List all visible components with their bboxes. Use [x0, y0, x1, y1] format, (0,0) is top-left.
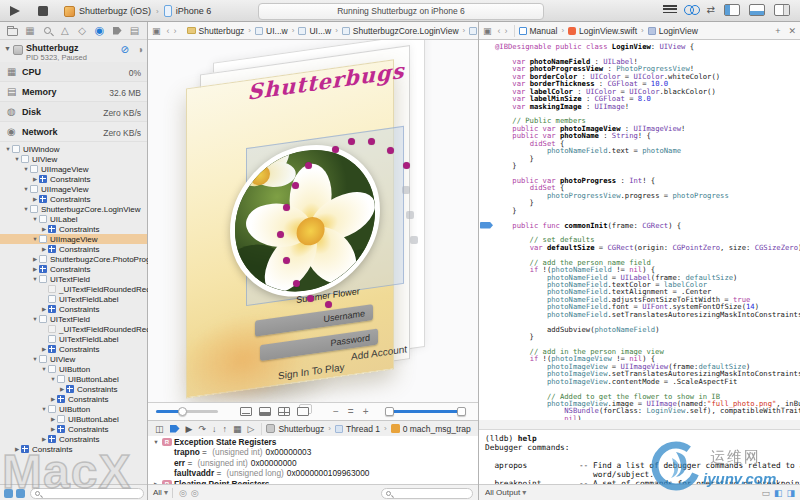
- crumb-ui-w[interactable]: UI...w: [298, 26, 331, 36]
- debug-continue-icon[interactable]: ▶: [186, 424, 193, 434]
- disclosure-icon[interactable]: ▼: [49, 376, 57, 382]
- close-assistant-button[interactable]: ✕: [788, 26, 796, 36]
- disclosure-icon[interactable]: ▼: [31, 276, 39, 282]
- tree-item-constraints[interactable]: ▶Constraints: [0, 424, 147, 434]
- range-slider-right-handle[interactable]: [457, 407, 466, 416]
- disclosure-icon[interactable]: ▶: [13, 446, 21, 452]
- tree-item-uiwindow[interactable]: ▼UIWindow: [0, 144, 147, 154]
- stop-button[interactable]: [38, 6, 48, 16]
- tree-item--uitextfieldroundedrectba-[interactable]: _UITextFieldRoundedRectBa...: [0, 324, 147, 334]
- back-button[interactable]: ‹: [167, 26, 170, 36]
- tree-item-uiview[interactable]: ▼UIView: [0, 154, 147, 164]
- gauge-cpu[interactable]: ▦CPU0%: [0, 62, 147, 82]
- tree-item-constraints[interactable]: ▶Constraints: [0, 304, 147, 314]
- register-group-expanded[interactable]: ▼RException State Registers: [148, 436, 478, 447]
- assistant-editor-button[interactable]: [684, 4, 700, 16]
- tree-item--uitextfieldroundedrectba-[interactable]: _UITextFieldRoundedRectBa...: [0, 284, 147, 294]
- profile-process-icon[interactable]: ◑: [137, 44, 143, 55]
- tree-item-uibutton[interactable]: ▼UIButton: [0, 404, 147, 414]
- project-navigator-tab[interactable]: [6, 24, 19, 37]
- range-slider-left-handle[interactable]: [385, 407, 394, 416]
- view-debugger-canvas[interactable]: Shutterbugs: [148, 40, 478, 402]
- view-mode-wireframe-icon[interactable]: [259, 407, 271, 416]
- scheme-name[interactable]: Shutterbugz (iOS): [79, 6, 151, 16]
- disclosure-icon[interactable]: ▶: [31, 256, 39, 262]
- variables-filter-field[interactable]: [381, 488, 473, 499]
- zoom-out-button[interactable]: −: [333, 406, 339, 417]
- disclosure-icon[interactable]: ▶: [40, 436, 48, 442]
- disclosure-icon[interactable]: ▼: [4, 146, 12, 152]
- disclosure-icon[interactable]: ▶: [49, 416, 57, 422]
- disclosure-icon[interactable]: ▶: [31, 196, 39, 202]
- related-items-icon[interactable]: ▣: [152, 26, 161, 36]
- tree-item-uitextfieldlabel[interactable]: UITextFieldLabel: [0, 334, 147, 344]
- crumb-loginview[interactable]: LoginView: [648, 26, 698, 36]
- search-navigator-tab[interactable]: [41, 24, 54, 37]
- disclosure-icon[interactable]: ▼: [31, 236, 39, 242]
- device-name[interactable]: iPhone 6: [176, 6, 212, 16]
- tree-item-constraints[interactable]: ▶Constraints: [0, 244, 147, 254]
- show-variables-pane-icon[interactable]: ◧: [774, 488, 783, 498]
- zoom-actual-button[interactable]: =: [348, 406, 354, 417]
- tree-item-constraints[interactable]: ▶Constraints: [0, 344, 147, 354]
- tree-item-uitextfield[interactable]: ▼UITextField: [0, 274, 147, 284]
- tree-item-uilabel[interactable]: ▼UILabel: [0, 214, 147, 224]
- show-console-pane-icon[interactable]: ◨: [786, 488, 795, 498]
- disclosure-icon[interactable]: ▼: [31, 316, 39, 322]
- variables-view[interactable]: ▼RException State Registerstrapno = (uns…: [148, 436, 478, 484]
- tree-item-uitextfield[interactable]: ▼UITextField: [0, 314, 147, 324]
- frame-crumb-shutterbugz[interactable]: Shutterbugz: [266, 424, 324, 434]
- disclosure-icon[interactable]: ▶: [40, 306, 48, 312]
- frame-crumb-thread-1[interactable]: Thread 1: [335, 424, 380, 434]
- tree-item-shutterbugzcore-photoprog-[interactable]: ▶ShutterbugzCore.PhotoProg...: [0, 254, 147, 264]
- view-mode-contents-icon[interactable]: [240, 407, 252, 416]
- crumb-shutterbugzcore-loginview[interactable]: ShutterbugzCore.LoginView: [342, 26, 459, 36]
- disclosure-icon[interactable]: ▼: [152, 439, 160, 445]
- run-button[interactable]: [10, 6, 20, 16]
- tree-item-shutterbugzcore-loginview[interactable]: ▼ShutterbugzCore.LoginView: [0, 204, 147, 214]
- range-slider[interactable]: [387, 410, 464, 413]
- disclosure-icon[interactable]: ▶: [31, 266, 39, 272]
- view-mode-grid-icon[interactable]: [278, 407, 290, 416]
- tree-item-constraints[interactable]: ▶Constraints: [0, 384, 147, 394]
- navigator-filter-field[interactable]: [30, 488, 144, 499]
- tree-item-uiview[interactable]: ▼UIView: [0, 354, 147, 364]
- disclosure-icon[interactable]: ▶: [31, 176, 39, 182]
- debug-navigator-tab[interactable]: ◉: [93, 24, 106, 37]
- breakpoint-navigator-tab[interactable]: [111, 24, 124, 37]
- slider-knob[interactable]: [178, 407, 187, 416]
- debug-view-hierarchy-icon[interactable]: ▦: [233, 424, 242, 434]
- related-items-icon[interactable]: ▣: [483, 26, 492, 36]
- gauge-disk[interactable]: ◍DiskZero KB/s: [0, 102, 147, 122]
- debug-step-into-icon[interactable]: ↓: [212, 424, 217, 434]
- process-row[interactable]: ▼ Shutterbugz PID 5323, Paused ⊘ ◑: [0, 41, 147, 62]
- view-mode-layers-icon[interactable]: [297, 407, 309, 416]
- disclosure-icon[interactable]: ▼: [4, 45, 11, 52]
- disclosure-icon[interactable]: ▼: [13, 156, 21, 162]
- disclosure-icon[interactable]: ▼: [40, 406, 48, 412]
- filter-toggle-icon-1[interactable]: [4, 489, 13, 498]
- tree-item-uibutton[interactable]: ▼UIButton: [0, 364, 147, 374]
- register-row-faultvaddr[interactable]: faultvaddr = (unsigned long)0x0000000109…: [148, 468, 478, 479]
- forward-button[interactable]: ›: [174, 26, 177, 36]
- variables-scope-select[interactable]: All: [153, 488, 162, 497]
- toggle-navigator-button[interactable]: [724, 4, 740, 16]
- disclosure-icon[interactable]: ▼: [22, 166, 30, 172]
- filter-toggle-icon-2[interactable]: [16, 489, 25, 498]
- debug-step-over-icon[interactable]: ↷: [198, 424, 206, 434]
- debug-step-out-icon[interactable]: ↑: [222, 424, 227, 434]
- register-row-trapno[interactable]: trapno = (unsigned int)0x00000003: [148, 447, 478, 458]
- tree-item-constraints[interactable]: ▶Constraints: [0, 264, 147, 274]
- tree-item-constraints[interactable]: ▶Constraints: [0, 434, 147, 444]
- crumb-ui-w[interactable]: UI...w: [255, 26, 288, 36]
- breakpoint-marker[interactable]: [480, 222, 493, 229]
- tree-item-constraints[interactable]: ▶Constraints: [0, 224, 147, 234]
- breakpoints-toggle-icon[interactable]: [170, 425, 180, 433]
- debug-hide-icon[interactable]: ◫: [155, 424, 164, 434]
- tree-item-constraints[interactable]: ▶Constraints: [0, 194, 147, 204]
- test-navigator-tab[interactable]: ◇: [76, 24, 89, 37]
- source-code-editor[interactable]: @IBDesignable public class LoginView: UI…: [479, 40, 800, 420]
- pause-process-icon[interactable]: ⊘: [121, 44, 129, 55]
- clear-console-icon[interactable]: ▭: [761, 488, 770, 498]
- tree-item-uibuttonlabel[interactable]: ▶UIButtonLabel: [0, 414, 147, 424]
